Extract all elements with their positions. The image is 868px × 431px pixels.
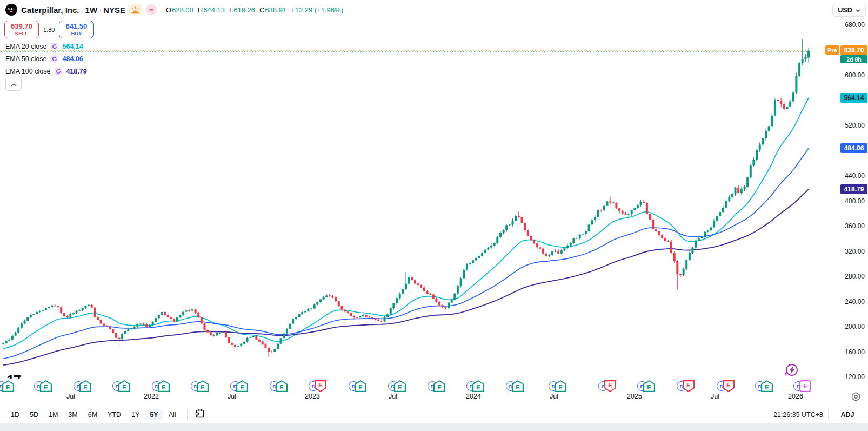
indicator-label: EMA 20 close [5,43,46,50]
trade-panel: 639.70 SELL 1.80 641.50 BUY [4,21,94,38]
time-axis[interactable]: Jul2022Jul2023Jul2024Jul2025Jul2026DEDED… [0,379,811,406]
earnings-marker[interactable]: DE [112,380,131,392]
time-axis-label: Jul [711,393,719,400]
refresh-icon[interactable] [50,55,58,63]
earnings-icon: E [472,380,484,392]
time-axis-label: Jul [389,393,397,400]
ohlc-readout: O628.00 H644.13 L619.26 C638.91 +12.29 (… [166,6,343,14]
price-axis[interactable]: USD Pre 639.70 2d 8h 680.00600.00520.004… [811,0,868,406]
symbol-name: Caterpillar, Inc. [21,5,79,15]
range-button-ytd[interactable]: YTD [103,409,125,420]
earnings-marker[interactable]: DE [152,380,170,392]
price-tick-label: 440.00 [845,172,865,180]
premarket-sunrise-icon[interactable] [129,4,142,15]
indicator-value: 418.79 [66,68,86,75]
flash-icon[interactable] [782,363,799,382]
earnings-icon: E [604,380,616,392]
range-button-1m[interactable]: 1M [44,409,62,420]
indicator-label: EMA 100 close [5,68,50,75]
price-tick-label: 320.00 [845,248,865,255]
earnings-icon: E [433,380,445,392]
approximately-equal-icon[interactable]: ≈ [146,4,157,15]
symbol-exchange: NYSE [103,5,125,15]
price-tick-label: 400.00 [845,197,865,205]
earnings-icon: E [158,380,170,392]
range-button-3m[interactable]: 3M [64,409,82,420]
earnings-icon: E [40,380,52,392]
range-button-6m[interactable]: 6M [84,409,102,420]
indicator-value: 564.14 [62,43,83,50]
symbol-button[interactable]: Caterpillar, Inc.·1W·NYSE [21,5,125,15]
high-value: 644.13 [203,6,225,14]
earnings-marker[interactable]: DE [549,380,567,392]
earnings-icon: E [643,380,655,392]
earnings-icon: E [197,380,209,392]
indicator-row[interactable]: EMA 50 close484.06 [5,52,87,65]
chart-settings-icon[interactable] [851,392,862,402]
sell-button[interactable]: 639.70 SELL [4,21,39,38]
earnings-marker[interactable]: DE [793,380,812,392]
currency-button[interactable]: USD [832,4,866,17]
adj-toggle[interactable]: ADJ [833,411,862,419]
status-divider [828,409,829,420]
indicator-price-badge: 564.14 [840,93,867,103]
earnings-marker[interactable]: DE [0,380,15,392]
earnings-marker[interactable]: DE [34,380,52,392]
earnings-marker[interactable]: DE [270,380,288,392]
go-to-date-button[interactable] [192,408,206,421]
time-axis-label: 2023 [305,393,320,400]
indicator-price-badge: 418.79 [840,184,867,194]
refresh-icon[interactable] [50,42,58,50]
earnings-marker[interactable]: DE [637,380,656,392]
earnings-marker[interactable]: DE [598,380,617,392]
range-button-5y[interactable]: 5Y [145,409,162,420]
earnings-icon: E [761,380,773,392]
window-bottom-strip [0,423,868,431]
low-value: 619.26 [233,6,255,14]
price-tick-label: 200.00 [845,323,865,330]
range-button-1d[interactable]: 1D [6,409,24,420]
earnings-marker[interactable]: DE [74,380,92,392]
price-tick-label: 680.00 [845,21,865,29]
collapse-legend-button[interactable] [5,78,22,91]
price-tick-label: 520.00 [845,122,865,129]
earnings-icon: E [512,380,524,392]
earnings-marker[interactable]: DE [717,380,735,392]
indicator-price-badge: 484.06 [840,143,867,153]
earnings-marker[interactable]: DE [309,380,327,392]
earnings-marker[interactable]: DE [506,380,524,392]
bottom-toolbar: 1D5D1M3M6MYTD1Y5YAll 21:26:35 UTC+8 ADJ [0,406,868,423]
chevron-down-icon [856,6,860,14]
premarket-tag: Pre [825,45,839,55]
earnings-marker[interactable]: DE [349,380,367,392]
earnings-marker[interactable]: DE [466,380,485,392]
premarket-price-badge: 639.70 [840,45,867,55]
earnings-icon: E [799,380,811,392]
buy-button[interactable]: 641.50 BUY [59,21,94,38]
indicator-row[interactable]: EMA 100 close418.79 [5,65,87,77]
earnings-icon: E [355,380,366,392]
chart-header: CAT Caterpillar, Inc.·1W·NYSE ≈ O628.00 … [0,0,811,19]
earnings-marker[interactable]: DE [388,380,406,392]
earnings-marker[interactable]: DE [677,380,695,392]
earnings-marker[interactable]: DE [755,380,773,392]
time-axis-label: 2024 [466,393,481,400]
earnings-icon: E [2,380,14,392]
earnings-marker[interactable]: DE [230,380,249,392]
earnings-icon: E [394,380,406,392]
indicator-label: EMA 50 close [5,55,46,63]
earnings-marker[interactable]: DE [428,380,446,392]
clock-timezone[interactable]: 21:26:35 UTC+8 [773,411,823,419]
range-button-1y[interactable]: 1Y [127,409,144,420]
indicator-row[interactable]: EMA 20 close564.14 [5,40,87,52]
time-axis-label: Jul [228,393,236,400]
candlestick-chart[interactable] [0,0,868,431]
range-button-all[interactable]: All [164,409,181,420]
refresh-icon[interactable] [54,67,62,75]
range-button-5d[interactable]: 5D [25,409,43,420]
earnings-icon: E [315,380,326,392]
spread-value: 1.80 [43,26,55,33]
earnings-marker[interactable]: DE [191,380,209,392]
range-buttons: 1D5D1M3M6MYTD1Y5YAll [6,409,182,420]
chevron-up-icon [11,79,17,89]
